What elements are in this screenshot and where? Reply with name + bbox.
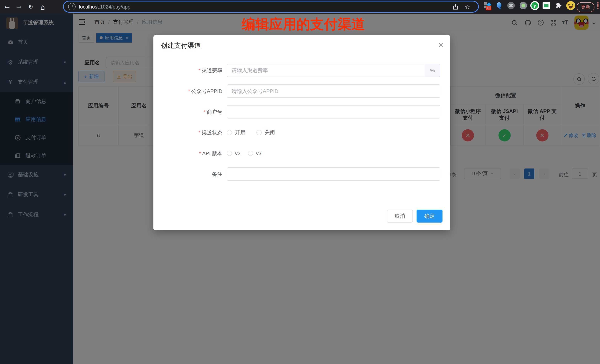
radio-circle-icon — [227, 151, 232, 156]
extension-chat-icon[interactable] — [543, 2, 550, 9]
annotation-text: 编辑应用的支付渠道 — [242, 17, 365, 32]
field-label-merchant: *商户号 — [153, 105, 222, 118]
form-row-api: *API 版本 v2 v3 — [153, 147, 450, 160]
form-row-appid: *公众号APPID — [153, 84, 450, 98]
appid-input[interactable] — [227, 84, 440, 98]
share-icon[interactable] — [453, 4, 458, 9]
bookmark-star-icon[interactable]: ☆ — [465, 3, 470, 10]
status-close-radio[interactable]: 关闭 — [256, 126, 275, 139]
extension-y-icon[interactable]: y — [530, 1, 539, 10]
browser-forward-icon[interactable]: → — [14, 2, 24, 12]
form-row-merchant: *商户号 — [153, 105, 450, 118]
address-bar[interactable]: i localhost:1024/pay/app ☆ — [64, 1, 478, 12]
api-v3-radio[interactable]: v3 — [248, 147, 262, 160]
browser-update-button[interactable]: 更新 — [577, 2, 594, 12]
browser-reload-icon[interactable]: ↻ — [26, 2, 36, 12]
extension-dot-icon[interactable] — [520, 2, 527, 9]
dialog-close-icon[interactable]: ✕ — [438, 41, 444, 49]
browser-home-icon[interactable]: ⌂ — [38, 2, 47, 12]
url-text[interactable]: localhost:1024/pay/app — [79, 4, 131, 9]
merchant-input[interactable] — [227, 105, 440, 118]
extension-grid-icon[interactable]: 10 — [484, 2, 491, 9]
create-pay-channel-dialog: 创建支付渠道 ✕ *渠道费率 % *公众号APPID *商户号 *渠道状态 开启 — [153, 35, 450, 230]
extension-badge: 10 — [486, 6, 491, 10]
field-label-remark: 备注 — [153, 167, 222, 181]
site-info-icon[interactable]: i — [68, 3, 75, 10]
extension-balloon-icon[interactable] — [497, 2, 501, 8]
remark-input[interactable] — [227, 167, 440, 181]
dialog-title: 创建支付渠道 — [161, 41, 201, 50]
extension-command-icon[interactable]: ⌘ — [507, 2, 515, 9]
api-v2-radio[interactable]: v2 — [227, 147, 241, 160]
screenshot-stage: ← → ↻ ⌂ i localhost:1024/pay/app ☆ 10 ⌘ — [0, 0, 600, 364]
browser-chrome: ← → ↻ ⌂ i localhost:1024/pay/app ☆ 10 ⌘ — [0, 0, 600, 14]
form-row-remark: 备注 — [153, 167, 450, 181]
field-label-status: *渠道状态 — [153, 126, 222, 139]
extensions-puzzle-icon[interactable] — [555, 2, 562, 9]
browser-menu-icon[interactable]: ⋮⋮ — [595, 3, 597, 8]
field-label-api: *API 版本 — [153, 147, 222, 160]
form-row-rate: *渠道费率 % — [153, 64, 450, 77]
browser-back-icon[interactable]: ← — [2, 2, 12, 12]
profile-emoji-icon[interactable] — [566, 1, 575, 10]
confirm-button[interactable]: 确定 — [417, 209, 442, 223]
field-label-rate: *渠道费率 — [153, 64, 222, 77]
radio-circle-icon — [227, 130, 232, 135]
field-label-appid: *公众号APPID — [153, 84, 222, 98]
percent-suffix: % — [425, 64, 440, 77]
form-row-status: *渠道状态 开启 关闭 — [153, 126, 450, 139]
radio-circle-icon — [248, 151, 253, 156]
cancel-button[interactable]: 取消 — [387, 209, 413, 223]
rate-input[interactable] — [227, 64, 425, 77]
status-open-radio[interactable]: 开启 — [227, 126, 245, 139]
radio-circle-icon — [256, 130, 262, 135]
